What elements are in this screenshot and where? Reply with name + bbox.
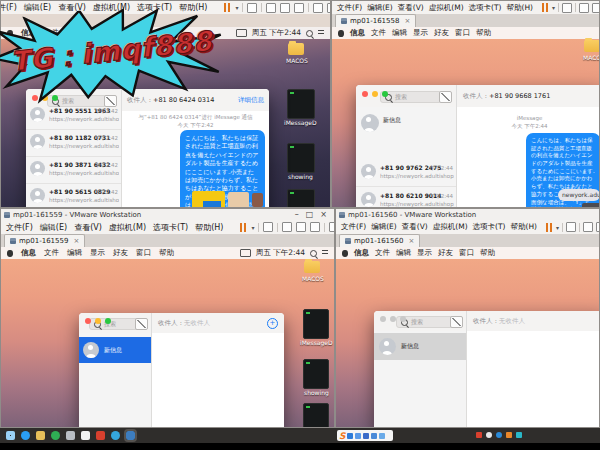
terminal-icon[interactable] [303, 403, 329, 428]
window-titlebar[interactable]: mp01-161560 - VMware Workstation [336, 209, 599, 220]
tab-close-icon[interactable]: × [404, 17, 410, 25]
macos-folder-icon[interactable] [288, 43, 304, 55]
pause-button[interactable] [240, 223, 247, 232]
tray-icon-white[interactable] [486, 432, 492, 438]
window-titlebar[interactable]: mp01-161559 - VMware Workstation –□× [1, 209, 334, 220]
mac-menu-edit[interactable]: 编辑 [67, 248, 82, 258]
macos-folder-icon[interactable] [584, 40, 599, 52]
conversation-row-selected[interactable]: 新信息 [79, 337, 151, 363]
search-input[interactable]: 搜索 [380, 91, 442, 103]
spotlight-icon[interactable] [310, 250, 317, 257]
mac-menu-messages[interactable]: 信息 [354, 248, 369, 258]
snapshot-icon[interactable] [266, 3, 276, 13]
to-value[interactable]: +81 90 9668 1761 [489, 92, 550, 100]
menu-file[interactable]: 文件(F) [341, 222, 366, 232]
minimize-button[interactable] [372, 91, 378, 97]
minimize-window-button[interactable]: – [295, 210, 299, 219]
terminal-icon[interactable] [287, 189, 315, 208]
compose-button[interactable] [450, 316, 463, 328]
mac-menu-file[interactable]: 文件 [375, 248, 390, 258]
mac-menu-buddies[interactable]: 好友 [438, 248, 453, 258]
revert-snapshot-icon[interactable] [280, 3, 290, 13]
app-icon-gray[interactable] [66, 431, 75, 440]
menubar-clock[interactable]: 周五 下午2:44 [252, 28, 301, 38]
minimize-button[interactable] [95, 318, 101, 324]
snapshot-manager-icon[interactable] [294, 3, 304, 13]
conversation-row[interactable]: +81 90 9762 2475 下午2:44 https://newyork.… [356, 159, 456, 187]
conversation-row[interactable]: +81 90 5615 0829 下午2:42 https://newyork.… [26, 183, 121, 208]
mac-menu-messages[interactable]: 信息 [21, 248, 36, 258]
mac-menu-file[interactable]: 文件 [371, 28, 386, 38]
send-ctrl-alt-del-icon[interactable] [562, 3, 572, 13]
pause-caret-icon[interactable]: ▾ [251, 224, 254, 231]
ime-toolbox-icon[interactable] [379, 433, 385, 439]
menu-view[interactable]: 查看(V) [74, 222, 102, 233]
menu-edit[interactable]: 编辑(E) [371, 222, 397, 232]
send-ctrl-alt-del-icon[interactable] [566, 222, 576, 232]
conversation-row[interactable]: +81 80 1182 0731 下午2:42 https://newyork.… [26, 129, 121, 157]
image-attachment-preview[interactable] [228, 192, 249, 208]
close-window-button[interactable]: × [320, 210, 327, 219]
menubar-clock[interactable]: 周五 下午2:44 [256, 248, 305, 258]
pause-caret-icon[interactable]: ▾ [235, 4, 238, 11]
apple-logo-icon[interactable] [338, 30, 344, 37]
tray-icon-blue[interactable] [496, 432, 502, 438]
to-value[interactable]: +81 80 6424 0314 [153, 96, 214, 104]
menu-vm[interactable]: 虚拟机(M) [109, 222, 146, 233]
ime-punct-icon[interactable] [355, 433, 361, 439]
apple-logo-icon[interactable] [7, 250, 13, 257]
conversation-row[interactable]: +81 80 6210 9014 下午2:44 https://newyork.… [356, 187, 456, 208]
to-placeholder[interactable]: 无收件人 [499, 317, 525, 326]
show-library-icon[interactable] [313, 3, 323, 13]
terminal-icon[interactable] [287, 143, 315, 173]
snapshot-manager-icon[interactable] [310, 222, 320, 232]
mac-menu-edit[interactable]: 编辑 [392, 28, 407, 38]
mac-menu-edit[interactable]: 编辑 [396, 248, 411, 258]
menu-edit[interactable]: 编辑(E) [40, 222, 67, 233]
details-link[interactable]: 详细信息 [238, 96, 264, 105]
menu-file[interactable]: 文件(F) [1, 2, 17, 13]
vm-tab[interactable]: mp01-161560× [339, 234, 420, 247]
mac-menu-view[interactable]: 显示 [417, 248, 432, 258]
mac-menu-view[interactable]: 显示 [90, 248, 105, 258]
close-button[interactable] [380, 316, 386, 322]
display-icon[interactable] [236, 29, 247, 37]
conversation-row[interactable]: +81 90 3871 6432 下午2:42 https://newyork.… [26, 156, 121, 184]
display-icon[interactable] [240, 249, 251, 257]
pause-caret-icon[interactable]: ▾ [556, 224, 559, 231]
ime-keyboard-icon[interactable] [371, 433, 377, 439]
menu-view[interactable]: 查看(V) [402, 222, 428, 232]
pause-caret-icon[interactable]: ▾ [552, 4, 555, 11]
zoom-button[interactable] [105, 318, 111, 324]
compose-button[interactable] [439, 91, 452, 103]
mac-menu-messages[interactable]: 信息 [350, 28, 365, 38]
show-library-icon[interactable] [329, 222, 334, 232]
file-explorer-icon[interactable] [36, 431, 45, 440]
mac-menu-help[interactable]: 帮助 [159, 248, 174, 258]
menu-file[interactable]: 文件(F) [337, 3, 362, 13]
snapshot-icon[interactable] [583, 222, 593, 232]
vmware-workstation-taskbar-icon[interactable] [126, 431, 135, 440]
app-icon-red[interactable] [96, 431, 105, 440]
start-button[interactable] [6, 431, 15, 440]
terminal-icon[interactable] [287, 89, 315, 119]
maximize-window-button[interactable]: □ [306, 210, 314, 219]
link-preview-bubble[interactable]: newyork.adultishop.c [558, 189, 599, 201]
vm-tab[interactable]: mp01-161558× [335, 14, 416, 27]
console-view-icon[interactable] [327, 3, 330, 13]
close-button[interactable] [362, 91, 368, 97]
menu-help[interactable]: 帮助(H) [507, 3, 534, 13]
menu-tabs[interactable]: 选项卡(T) [473, 222, 506, 232]
pause-button[interactable] [542, 3, 549, 12]
compose-button[interactable] [135, 318, 148, 330]
add-recipient-button[interactable]: + [267, 318, 278, 329]
to-placeholder[interactable]: 无收件人 [184, 319, 210, 328]
mac-menu-window[interactable]: 窗口 [136, 248, 151, 258]
macos-folder-icon[interactable] [304, 261, 320, 273]
edge-icon[interactable] [21, 431, 30, 440]
minimize-button[interactable] [390, 316, 396, 322]
conversation-row-selected[interactable]: 新信息 [374, 333, 466, 360]
menu-help[interactable]: 帮助(H) [511, 222, 538, 232]
ime-mic-icon[interactable] [363, 433, 369, 439]
skype-icon[interactable] [111, 431, 120, 440]
